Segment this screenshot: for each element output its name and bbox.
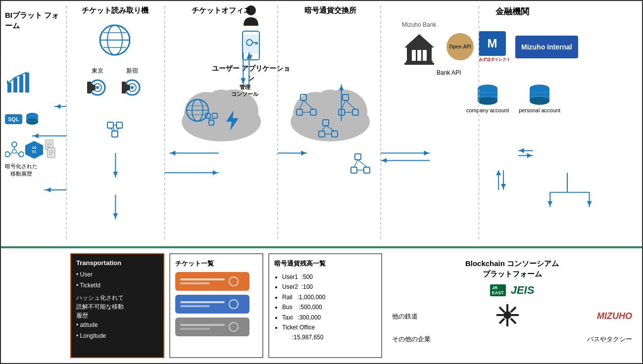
mizuho-direct-label: みずほダイレクト	[479, 57, 510, 62]
hub-icon	[494, 302, 521, 331]
blockchain-consortium-box: Blockchain コンソーシアムプラットフォーム JREAST JEIS 他…	[387, 253, 637, 358]
svg-rect-139	[355, 154, 361, 160]
svg-line-130	[342, 100, 346, 109]
bank-api-label: Bank API	[437, 69, 637, 76]
crypto-balance-title: 暗号通貨残高一覧	[274, 259, 376, 268]
financial-title: 金融機関	[387, 6, 637, 17]
mizuho-direct-logo: M みずほダイレクト	[479, 31, 510, 62]
hex-data-icon: 1001	[25, 141, 43, 159]
ticket-reader-node	[102, 117, 127, 144]
location-group: 東京 新宿	[87, 67, 144, 97]
ticket-office-cloud: 管理コンソール	[177, 80, 266, 144]
main-container: BIプラット フォーム SQL	[0, 0, 643, 364]
tokyo-label: 東京	[92, 67, 103, 75]
balance-taxi: Taxi :300,000	[282, 313, 376, 322]
svg-rect-151	[404, 63, 434, 65]
svg-rect-84	[122, 82, 126, 93]
svg-point-57	[5, 152, 10, 157]
svg-line-170	[499, 318, 504, 323]
svg-rect-123	[310, 109, 316, 115]
bank-building-icon	[402, 30, 437, 65]
svg-line-62	[16, 152, 19, 154]
middle-logos-row: 他の鉄道 MIZUHO	[392, 302, 632, 331]
svg-rect-147	[412, 50, 416, 61]
api-section: Open API M みずほダイレクト Mizuho Internal	[446, 31, 578, 62]
blockchain-data-group: 1001	[5, 139, 57, 161]
account-icons: company account personal account	[466, 84, 637, 113]
ticket-reader-title: チケット読み取り機	[82, 6, 148, 15]
blue-ticket	[175, 295, 249, 314]
personal-account: personal account	[519, 84, 560, 113]
svg-rect-133	[323, 120, 329, 126]
personal-account-label: personal account	[519, 107, 560, 113]
bi-platform-column: BIプラット フォーム SQL	[1, 1, 65, 248]
ticket-office-column: チケットオフィス 管理コンソール	[164, 1, 278, 248]
svg-point-58	[19, 152, 24, 157]
ticket-office-title: チケットオフィス	[192, 6, 251, 15]
balance-user2: User2 :100	[282, 282, 376, 292]
balance-rail: Rail :1,000,000	[282, 292, 376, 302]
bottom-section: Transportation • User • TicketId ハッシュ化され…	[1, 248, 642, 363]
svg-rect-149	[423, 50, 427, 61]
mizuho-logo-text: MIZUHO	[597, 311, 632, 321]
svg-rect-79	[87, 82, 91, 93]
balance-bus: Bus :500,000	[282, 302, 376, 312]
globe-network-icon	[98, 23, 132, 59]
svg-point-159	[530, 97, 549, 105]
bank-name: Mizuho Bank	[402, 21, 437, 28]
bi-bottom-spacer	[6, 253, 65, 358]
balance-ticket-office: Ticket Office :15,987,650	[282, 322, 376, 343]
svg-rect-48	[13, 78, 17, 92]
svg-rect-50	[25, 73, 29, 92]
svg-rect-122	[297, 109, 302, 115]
mizuho-internal-box: Mizuho Internal	[515, 36, 578, 58]
ticket-list-box: チケット一覧	[169, 253, 263, 358]
bi-platform-title: BIプラット フォーム	[5, 10, 61, 31]
transport-items: • User • TicketId ハッシュ化されて読解不可能な移動履歴 • a…	[76, 270, 158, 341]
svg-rect-128	[339, 109, 345, 115]
svg-line-61	[10, 152, 12, 154]
svg-rect-141	[364, 167, 370, 173]
svg-rect-129	[352, 109, 358, 115]
jeis-text: JEIS	[511, 284, 535, 297]
svg-line-136	[322, 126, 326, 131]
cloud-lightning-icon	[224, 109, 241, 134]
other-railways-label: 他の鉄道	[392, 312, 418, 321]
cloud-node-icon	[201, 109, 221, 131]
svg-rect-110	[205, 113, 210, 118]
svg-line-169	[511, 307, 516, 312]
svg-rect-135	[332, 131, 338, 137]
svg-line-131	[346, 100, 355, 109]
svg-rect-47	[7, 83, 11, 92]
svg-rect-140	[351, 167, 357, 173]
svg-point-162	[503, 311, 511, 319]
svg-rect-150	[406, 61, 433, 63]
svg-marker-146	[404, 34, 434, 47]
svg-point-83	[131, 86, 134, 89]
jr-east-logo: JREAST	[490, 284, 506, 296]
financial-column: 金融機関 Mizuho Bank	[382, 1, 642, 248]
crypto-node-3	[318, 117, 343, 141]
crypto-exchange-title: 暗号通貨交換所	[304, 6, 356, 15]
bus-taxi-label: バスやタクシー	[587, 335, 632, 344]
shinjuku-location: 新宿	[121, 67, 144, 97]
analytics-icon	[5, 70, 30, 97]
company-account: company account	[466, 84, 509, 113]
transport-title: Transportation	[76, 259, 158, 267]
svg-line-142	[354, 160, 358, 167]
company-account-label: company account	[466, 107, 509, 113]
ticket-list-title: チケット一覧	[175, 259, 257, 268]
bank-content: Mizuho Bank	[402, 21, 437, 67]
open-api-badge: Open API	[446, 33, 474, 60]
encrypted-history-label: 暗号化された移動展歴	[5, 163, 38, 178]
svg-marker-116	[226, 110, 239, 131]
svg-rect-148	[417, 50, 421, 61]
document-icons	[45, 139, 57, 161]
svg-rect-111	[212, 113, 217, 118]
svg-rect-49	[19, 75, 23, 92]
svg-point-56	[12, 142, 17, 147]
svg-line-168	[511, 318, 516, 323]
svg-rect-134	[319, 131, 325, 137]
svg-line-125	[303, 100, 313, 109]
balance-user1: User1 :500	[282, 272, 376, 282]
